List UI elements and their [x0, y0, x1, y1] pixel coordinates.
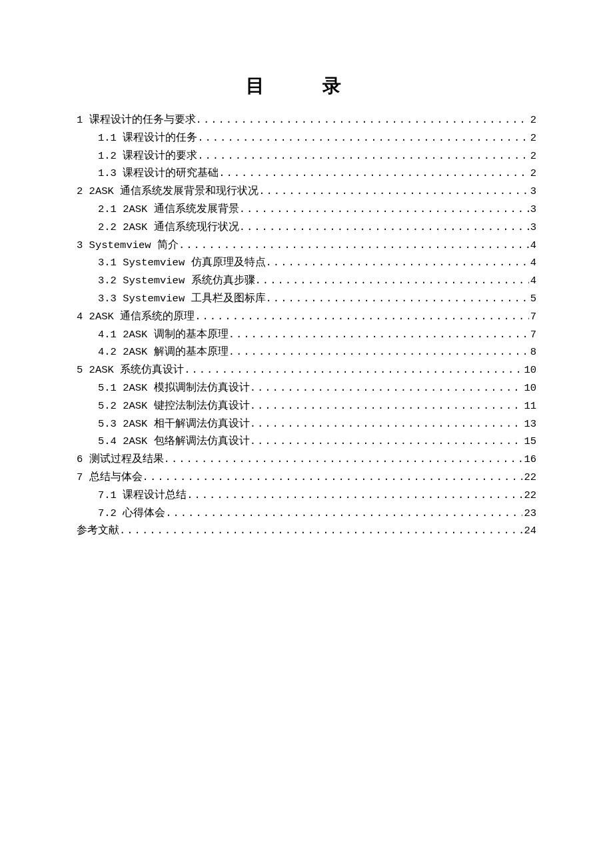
toc-entry-page: 24 [522, 523, 536, 539]
toc-entry: 5.1 2ASK 模拟调制法仿真设计10 [77, 380, 536, 397]
toc-dots [250, 433, 523, 450]
toc-dots [195, 309, 529, 325]
toc-entry-page: 2 [529, 148, 536, 165]
toc-entry-label: 2.1 2ASK 通信系统发展背景 [98, 201, 239, 218]
toc-entry-page: 7 [529, 327, 536, 343]
toc-entry-page: 3 [529, 201, 536, 218]
toc-entry: 4.2 2ASK 解调的基本原理8 [77, 344, 536, 361]
toc-entry: 6 测试过程及结果16 [77, 451, 536, 468]
toc-entry: 7.1 课程设计总结22 [77, 487, 536, 504]
toc-entry: 1.2 课程设计的要求 2 [77, 148, 536, 165]
toc-entry: 3.3 Systemview 工具栏及图标库5 [77, 291, 536, 307]
toc-dots [143, 469, 523, 486]
toc-entry-label: 4 2ASK 通信系统的原理 [77, 309, 195, 325]
toc-dots [229, 344, 529, 361]
toc-entry: 3.1 Systemview 仿真原理及特点4 [77, 255, 536, 271]
toc-entry: 1.3 课程设计的研究基础 2 [77, 165, 536, 182]
toc-container: 1 课程设计的任务与要求21.1 课程设计的任务 21.2 课程设计的要求 21… [77, 112, 536, 539]
toc-dots [197, 148, 528, 165]
toc-entry: 2 2ASK 通信系统发展背景和现行状况 3 [77, 183, 536, 200]
toc-dots [239, 201, 529, 218]
toc-entry-label: 5.1 2ASK 模拟调制法仿真设计 [98, 380, 250, 397]
toc-entry: 2.1 2ASK 通信系统发展背景3 [77, 201, 536, 218]
toc-entry-label: 2 2ASK 通信系统发展背景和现行状况 [77, 183, 259, 200]
toc-entry-page: 23 [522, 505, 536, 522]
toc-entry: 4 2ASK 通信系统的原理7 [77, 309, 536, 325]
toc-dots [197, 130, 528, 147]
toc-entry-page: 15 [522, 433, 536, 450]
toc-entry-page: 10 [522, 362, 536, 379]
toc-entry-label: 参考文献 [77, 523, 119, 539]
toc-entry: 7 总结与体会 22 [77, 469, 536, 486]
toc-entry-label: 1.1 课程设计的任务 [98, 130, 197, 147]
toc-entry-label: 7.1 课程设计总结 [98, 487, 187, 504]
toc-dots [187, 487, 522, 504]
toc-title: 目 录 [77, 73, 536, 99]
toc-entry-page: 7 [529, 309, 536, 325]
toc-dots [259, 183, 529, 200]
toc-entry-page: 3 [529, 183, 536, 200]
toc-entry-page: 2 [529, 112, 536, 129]
toc-entry-label: 7.2 心得体会 [98, 505, 165, 522]
toc-entry-page: 2 [529, 130, 536, 147]
toc-entry-page: 22 [522, 469, 536, 486]
toc-dots [184, 362, 522, 379]
toc-entry-page: 3 [529, 219, 536, 236]
toc-entry-page: 16 [522, 451, 536, 468]
toc-entry-label: 5 2ASK 系统仿真设计 [77, 362, 184, 379]
toc-dots [219, 165, 528, 182]
toc-entry-label: 1.2 课程设计的要求 [98, 148, 197, 165]
toc-entry-label: 1.3 课程设计的研究基础 [98, 165, 219, 182]
toc-entry-label: 2.2 2ASK 通信系统现行状况 [98, 219, 239, 236]
toc-entry-page: 8 [529, 344, 536, 361]
toc-entry: 参考文献24 [77, 523, 536, 539]
toc-entry-label: 3.2 Systemview 系统仿真步骤 [98, 273, 255, 289]
toc-dots [250, 398, 523, 415]
toc-dots [266, 255, 529, 271]
toc-entry-page: 4 [529, 237, 536, 254]
toc-entry-page: 2 [529, 165, 536, 182]
toc-dots [179, 237, 529, 254]
toc-dots [119, 523, 522, 539]
toc-entry-label: 3.3 Systemview 工具栏及图标库 [98, 291, 266, 307]
toc-entry-label: 5.4 2ASK 包络解调法仿真设计 [98, 433, 250, 450]
toc-entry-label: 1 课程设计的任务与要求 [77, 112, 196, 129]
toc-entry-label: 3 Systemview 简介 [77, 237, 179, 254]
toc-dots [165, 505, 522, 522]
toc-entry-label: 5.3 2ASK 相干解调法仿真设计 [98, 416, 250, 433]
toc-entry: 5.3 2ASK 相干解调法仿真设计13 [77, 416, 536, 433]
toc-entry-label: 6 测试过程及结果 [77, 451, 164, 468]
toc-dots [229, 327, 529, 343]
toc-entry: 1.1 课程设计的任务 2 [77, 130, 536, 147]
toc-entry-page: 13 [522, 416, 536, 433]
toc-dots [266, 291, 529, 307]
toc-dots [255, 273, 529, 289]
toc-entry-label: 3.1 Systemview 仿真原理及特点 [98, 255, 266, 271]
toc-dots [164, 451, 523, 468]
toc-dots [250, 380, 523, 397]
toc-entry-page: 11 [522, 398, 536, 415]
toc-entry-label: 4.2 2ASK 解调的基本原理 [98, 344, 229, 361]
toc-entry: 3.2 Systemview 系统仿真步骤4 [77, 273, 536, 289]
toc-entry-page: 4 [529, 255, 536, 271]
toc-entry-label: 7 总结与体会 [77, 469, 143, 486]
toc-dots [196, 112, 529, 129]
toc-entry-page: 4 [529, 273, 536, 289]
toc-dots [239, 219, 529, 236]
toc-dots [250, 416, 523, 433]
toc-entry-label: 4.1 2ASK 调制的基本原理 [98, 327, 229, 343]
toc-entry-page: 22 [522, 487, 536, 504]
toc-entry: 5.4 2ASK 包络解调法仿真设计15 [77, 433, 536, 450]
toc-entry-label: 5.2 2ASK 键控法制法仿真设计 [98, 398, 250, 415]
toc-entry: 3 Systemview 简介 4 [77, 237, 536, 254]
toc-entry: 2.2 2ASK 通信系统现行状况3 [77, 219, 536, 236]
toc-entry-page: 10 [522, 380, 536, 397]
toc-entry: 1 课程设计的任务与要求2 [77, 112, 536, 129]
toc-entry: 7.2 心得体会 23 [77, 505, 536, 522]
toc-entry-page: 5 [529, 291, 536, 307]
toc-entry: 4.1 2ASK 调制的基本原理7 [77, 327, 536, 343]
toc-entry: 5 2ASK 系统仿真设计 10 [77, 362, 536, 379]
toc-entry: 5.2 2ASK 键控法制法仿真设计11 [77, 398, 536, 415]
